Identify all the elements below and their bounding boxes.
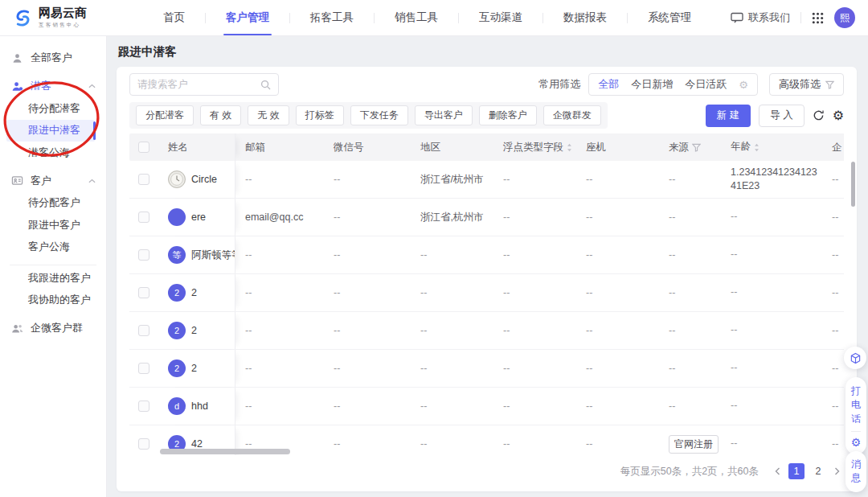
table-row-0[interactable]: Circle----浙江省/杭州市------1.234123412341234… — [129, 161, 844, 199]
chevron-up-icon[interactable] — [88, 179, 96, 183]
refresh-icon[interactable] — [813, 109, 825, 121]
table-row-2[interactable]: 等阿斯顿等等---------------- — [129, 236, 844, 274]
sidebar-item-6[interactable]: 待分配客户 — [0, 192, 106, 215]
topnav-item-2[interactable]: 拓客工具 — [290, 0, 374, 35]
column-header-region[interactable]: 地区 — [411, 133, 493, 161]
topnav-item-3[interactable]: 销售工具 — [375, 0, 458, 35]
column-header-phone[interactable]: 座机 — [576, 133, 659, 161]
row-checkbox[interactable] — [138, 363, 149, 374]
sort-icon[interactable] — [754, 143, 760, 152]
customer-name: ere — [191, 212, 206, 223]
topnav-item-1[interactable]: 客户管理 — [206, 0, 289, 35]
search-icon[interactable] — [260, 80, 271, 90]
brand-logo[interactable]: 网易云商 互客销售中心 — [0, 6, 129, 29]
contact-us-button[interactable]: 联系我们 — [731, 10, 790, 25]
sidebar-item-11[interactable]: 企微客户群 — [0, 317, 106, 339]
call-button[interactable]: 打电话 — [850, 384, 862, 426]
sidebar-item-8[interactable]: 客户公海 — [0, 236, 106, 259]
table-row-5[interactable]: 22---------------- — [129, 350, 844, 388]
bulk-action-button-5[interactable]: 导出客户 — [415, 105, 473, 125]
quick-filter-tab-2[interactable]: 今日活跃 — [685, 77, 727, 92]
next-page-icon[interactable] — [832, 466, 842, 477]
id-card-icon — [11, 175, 24, 187]
select-all-checkbox[interactable] — [138, 142, 149, 153]
cell-wechat: -- — [324, 425, 411, 455]
sidebar-item-1[interactable]: 潜客 — [0, 75, 106, 97]
vertical-scrollbar-thumb[interactable] — [851, 162, 855, 207]
column-header-wechat[interactable]: 微信号 — [324, 133, 411, 161]
page-number-2[interactable]: 2 — [810, 463, 826, 479]
prev-page-icon[interactable] — [772, 466, 783, 477]
sidebar-item-2[interactable]: 待分配潜客 — [0, 97, 106, 120]
bulk-action-button-7[interactable]: 企微群发 — [543, 105, 601, 125]
advanced-filter-button[interactable]: 高级筛选 — [769, 73, 844, 96]
sidebar-item-5[interactable]: 客户 — [0, 170, 106, 192]
cell-region: -- — [411, 388, 493, 425]
sidebar-item-4[interactable]: 潜客公海 — [0, 142, 106, 164]
quick-filter-tab-0[interactable]: 全部 — [598, 77, 619, 92]
table-settings-gear-icon[interactable]: ⚙ — [833, 109, 844, 122]
bulk-action-button-3[interactable]: 打标签 — [296, 105, 344, 125]
page-number-1[interactable]: 1 — [788, 463, 805, 479]
column-header-enterprise[interactable]: 企 — [822, 133, 844, 161]
column-header-email[interactable]: 邮箱 — [235, 133, 324, 161]
quick-filter-tab-1[interactable]: 今日新增 — [631, 77, 673, 92]
bulk-action-button-2[interactable]: 无 效 — [248, 105, 289, 125]
topnav-item-5[interactable]: 数据报表 — [543, 0, 627, 35]
table-row-6[interactable]: dhhd---------------- — [129, 388, 844, 425]
column-header-source[interactable]: 来源 — [659, 133, 721, 161]
topnav-item-0[interactable]: 首页 — [143, 0, 205, 35]
table-row-3[interactable]: 22---------------- — [129, 274, 844, 312]
sidebar-item-3[interactable]: 跟进中潜客 — [6, 120, 95, 142]
bulk-action-button-6[interactable]: 删除客户 — [479, 105, 537, 125]
row-checkbox[interactable] — [138, 325, 149, 336]
chevron-up-icon[interactable] — [88, 84, 96, 88]
customer-avatar — [168, 208, 186, 226]
sort-icon[interactable] — [567, 143, 572, 152]
search-input[interactable] — [137, 79, 260, 90]
bulk-action-button-4[interactable]: 下发任务 — [350, 105, 408, 125]
cell-region: -- — [411, 236, 493, 273]
cell-email: -- — [235, 274, 324, 311]
filter-funnel-icon[interactable] — [692, 143, 701, 152]
sidebar-item-label: 潜客公海 — [28, 146, 70, 160]
cell-wechat: -- — [324, 161, 411, 198]
cell-phone: -- — [576, 350, 659, 387]
customer-name: 42 — [191, 438, 203, 450]
bulk-action-button-1[interactable]: 有 效 — [200, 105, 241, 125]
sidebar-item-0[interactable]: 全部客户 — [0, 47, 106, 69]
row-checkbox[interactable] — [138, 212, 149, 223]
user-avatar[interactable]: 熙 — [834, 7, 855, 28]
column-header-name[interactable]: 姓名 — [158, 133, 235, 161]
column-header-float_field[interactable]: 浮点类型字段 — [493, 133, 576, 161]
sidebar-item-9[interactable]: 我跟进的客户 — [0, 267, 106, 290]
column-header-age[interactable]: 年龄 — [721, 133, 822, 161]
topnav-item-4[interactable]: 互动渠道 — [459, 0, 542, 35]
topnav-item-6[interactable]: 系统管理 — [628, 0, 711, 35]
cell-source: -- — [659, 312, 721, 349]
quick-filter-label: 常用筛选 — [538, 77, 580, 92]
row-checkbox[interactable] — [138, 249, 149, 261]
customer-name: 阿斯顿等等 — [191, 249, 235, 262]
floating-settings-gear-icon[interactable]: ⚙ — [851, 437, 862, 448]
table-row-1[interactable]: ereemail@qq.cc--浙江省,杭州市---------- — [129, 199, 844, 236]
message-button[interactable]: 消息 — [850, 458, 862, 486]
row-checkbox[interactable] — [138, 174, 149, 185]
cell-source: -- — [659, 350, 721, 387]
bulk-action-button-0[interactable]: 分配潜客 — [136, 105, 194, 125]
row-checkbox[interactable] — [138, 438, 149, 450]
user-icon — [11, 51, 24, 64]
table-row-4[interactable]: 22---------------- — [129, 312, 844, 350]
import-button[interactable]: 导 入 — [759, 105, 804, 127]
floating-cube-button[interactable] — [844, 347, 866, 369]
create-button[interactable]: 新 建 — [706, 105, 751, 127]
sidebar-item-10[interactable]: 我协助的客户 — [0, 290, 106, 312]
apps-grid-icon[interactable] — [812, 12, 824, 24]
sidebar-item-label: 潜客 — [31, 79, 51, 93]
sidebar-item-7[interactable]: 跟进中客户 — [0, 214, 106, 236]
row-checkbox[interactable] — [138, 400, 149, 412]
row-checkbox[interactable] — [138, 287, 149, 298]
quick-filter-settings-icon[interactable]: ⚙ — [739, 80, 748, 90]
pagination-summary: 每页显示50条，共2页，共60条 — [620, 465, 759, 479]
horizontal-scrollbar-thumb[interactable] — [160, 449, 290, 454]
